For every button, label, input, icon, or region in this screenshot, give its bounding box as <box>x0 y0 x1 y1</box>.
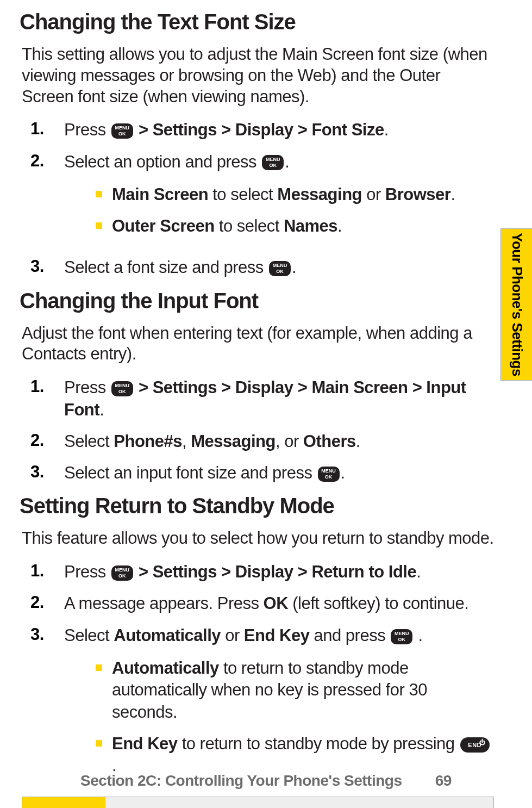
key-menu-label: MENU <box>321 469 336 474</box>
intro-standby: This feature allows you to select how yo… <box>22 528 494 549</box>
menu-ok-key-icon: MENUOK <box>318 467 340 482</box>
page-content: Changing the Text Font Size This setting… <box>22 0 494 748</box>
term: Others <box>303 432 356 451</box>
nav-path: > Settings > Display > Return to Idle <box>134 562 416 581</box>
footer-section: Section 2C: Controlling Your Phone's Set… <box>80 772 402 789</box>
step-body: Press MENUOK > Settings > Display > Font… <box>64 119 494 141</box>
text: Select an option and press <box>64 152 261 171</box>
text: or <box>362 185 385 204</box>
term: Browser <box>385 185 451 204</box>
text: and press <box>309 626 390 645</box>
step-number: 1. <box>22 561 64 581</box>
key-menu-label: MENU <box>273 263 287 268</box>
page-number: 69 <box>435 772 452 790</box>
note-box: Note The End Key setting affects the bat… <box>22 797 494 808</box>
side-tab-label: Your Phone's Settings <box>508 233 525 376</box>
step-body: Select an option and press MENUOK. Main … <box>64 151 494 247</box>
text: to select <box>208 185 277 204</box>
text: . <box>384 120 389 139</box>
menu-ok-key-icon: MENUOK <box>111 565 133 581</box>
text: . <box>416 562 421 581</box>
text: . <box>356 432 360 451</box>
term: Automatically <box>114 626 221 645</box>
text: , or <box>276 432 303 451</box>
step-number: 3. <box>22 462 64 482</box>
text: Select an input font size and press <box>64 463 317 482</box>
power-icon: ⏻ <box>479 739 486 745</box>
key-menu-label: MENU <box>115 126 130 130</box>
key-ok-label: OK <box>118 389 126 394</box>
text: (left softkey) to continue. <box>288 594 468 613</box>
heading-input-font: Changing the Input Font <box>20 289 494 313</box>
menu-ok-key-icon: MENUOK <box>269 261 291 276</box>
term: OK <box>264 594 289 613</box>
side-tab: Your Phone's Settings <box>500 228 532 381</box>
intro-input-font: Adjust the font when entering text (for … <box>22 323 494 365</box>
key-ok-label: OK <box>276 269 284 274</box>
heading-font-size: Changing the Text Font Size <box>20 10 494 34</box>
sub-item: Automatically to return to standby mode … <box>64 657 494 723</box>
page-footer: Section 2C: Controlling Your Phone's Set… <box>0 772 532 790</box>
term: Phone#s <box>114 432 182 451</box>
term: Outer Screen <box>112 216 215 235</box>
text: to return to standby mode by pressing <box>178 734 459 753</box>
term: Automatically <box>112 658 219 678</box>
key-ok-label: OK <box>118 132 126 136</box>
text: to select <box>215 216 284 235</box>
steps-font-size: 1. Press MENUOK > Settings > Display > F… <box>22 119 494 278</box>
key-ok-label: OK <box>325 475 333 480</box>
text: . <box>414 626 422 645</box>
step-number: 2. <box>22 151 64 171</box>
menu-ok-key-icon: MENUOK <box>111 381 133 396</box>
sub-item: Main Screen to select Messaging or Brows… <box>64 184 494 206</box>
term: End Key <box>244 626 310 645</box>
step-body: Select an input font size and press MENU… <box>64 462 494 484</box>
key-ok-label: OK <box>118 574 126 579</box>
key-menu-label: MENU <box>115 568 130 573</box>
term: Names <box>284 216 337 235</box>
key-menu-label: MENU <box>266 157 280 162</box>
note-body: The End Key setting affects the battery'… <box>105 797 494 808</box>
step-number: 3. <box>22 257 64 276</box>
step-number: 1. <box>22 377 64 396</box>
steps-standby: 1. Press MENUOK > Settings > Display > R… <box>22 561 494 786</box>
sub-list: Automatically to return to standby mode … <box>64 657 494 776</box>
step-body: Select a font size and press MENUOK. <box>64 257 494 278</box>
text: . <box>337 216 342 235</box>
text: . <box>285 152 289 171</box>
text: . <box>99 400 104 419</box>
steps-input-font: 1. Press MENUOK > Settings > Display > M… <box>22 377 494 484</box>
term: End Key <box>112 734 178 753</box>
key-menu-label: MENU <box>395 631 409 636</box>
menu-ok-key-icon: MENUOK <box>111 123 133 139</box>
step-body: A message appears. Press OK (left softke… <box>64 593 494 614</box>
step-number: 2. <box>22 593 64 612</box>
step-body: Select Automatically or End Key and pres… <box>64 625 494 787</box>
step-number: 1. <box>22 119 64 139</box>
term: Messaging <box>277 185 362 204</box>
text: , <box>182 432 191 451</box>
end-key-icon: END⏻ <box>460 737 490 753</box>
text: A message appears. Press <box>64 594 264 613</box>
step-body: Press MENUOK > Settings > Display > Retu… <box>64 561 494 583</box>
intro-font-size: This setting allows you to adjust the Ma… <box>22 44 494 107</box>
sub-list: Main Screen to select Messaging or Brows… <box>64 184 494 238</box>
term: Main Screen <box>112 185 208 204</box>
text: Press <box>64 378 110 397</box>
text: or <box>221 626 244 645</box>
text: Select <box>64 626 114 645</box>
term: Messaging <box>191 432 276 451</box>
text: . <box>450 185 455 204</box>
menu-ok-key-icon: MENUOK <box>262 155 284 170</box>
page: Your Phone's Settings Changing the Text … <box>0 0 532 808</box>
key-ok-label: OK <box>269 163 277 168</box>
text: . <box>341 463 345 482</box>
note-label: Note <box>22 797 105 808</box>
text: Press <box>64 562 110 581</box>
text: Select <box>64 432 114 451</box>
heading-standby: Setting Return to Standby Mode <box>20 494 494 518</box>
menu-ok-key-icon: MENUOK <box>391 629 412 644</box>
step-body: Press MENUOK > Settings > Display > Main… <box>64 377 494 421</box>
text: Press <box>64 120 110 139</box>
key-menu-label: MENU <box>115 383 130 388</box>
